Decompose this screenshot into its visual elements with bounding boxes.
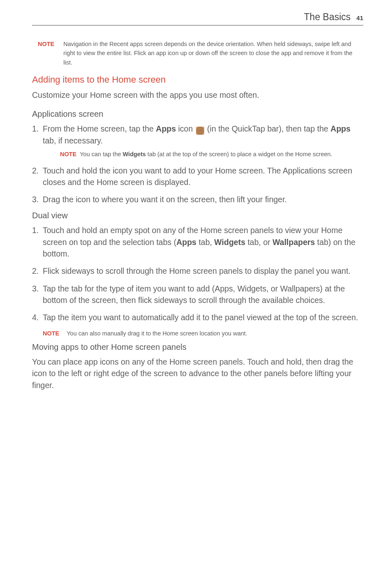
note-label: NOTE bbox=[43, 329, 59, 338]
bold-apps: Apps bbox=[330, 124, 350, 133]
header-section-title: The Basics bbox=[304, 12, 351, 23]
note-widgets-tab: NOTE You can tap the Widgets tab (at at … bbox=[60, 150, 363, 159]
header-page-number: 41 bbox=[356, 14, 363, 21]
note-label: NOTE bbox=[38, 39, 54, 67]
bold-apps: Apps bbox=[156, 124, 176, 133]
svg-point-8 bbox=[201, 132, 202, 132]
page-header: The Basics 41 bbox=[32, 12, 363, 25]
heading-moving-apps: Moving apps to other Home screen panels bbox=[32, 342, 363, 352]
note-text: You can also manually drag it to the Hom… bbox=[67, 329, 247, 338]
step-text: From the Home screen, tap the bbox=[43, 124, 156, 133]
svg-point-6 bbox=[198, 132, 199, 132]
step-4: Tap the item you want to automatically a… bbox=[32, 312, 363, 323]
step-text: tab, if necessary. bbox=[43, 136, 103, 145]
bold-widgets: Widgets bbox=[214, 238, 245, 247]
step-text: (in the QuickTap bar), then tap the bbox=[205, 124, 331, 133]
step-text: icon bbox=[176, 124, 195, 133]
apps-icon bbox=[196, 127, 204, 135]
svg-point-4 bbox=[200, 130, 201, 131]
heading-adding-items: Adding items to the Home screen bbox=[32, 74, 363, 85]
steps-applications: From the Home screen, tap the Apps icon … bbox=[32, 123, 363, 206]
note-label: NOTE bbox=[60, 150, 76, 159]
step-3: Tap the tab for the type of item you wan… bbox=[32, 283, 363, 306]
heading-applications-screen: Applications screen bbox=[32, 109, 363, 119]
heading-dual-view: Dual view bbox=[32, 211, 363, 220]
intro-adding-items: Customize your Home screen with the apps… bbox=[32, 89, 363, 101]
note-manual-drag: NOTE You can also manually drag it to th… bbox=[43, 329, 363, 338]
note-text: You can tap the Widgets tab (at at the t… bbox=[80, 150, 332, 159]
page: The Basics 41 NOTE Navigation in the Rec… bbox=[0, 0, 392, 413]
note-recent-apps: NOTE Navigation in the Recent apps scree… bbox=[38, 39, 363, 67]
svg-point-2 bbox=[201, 129, 202, 130]
svg-point-3 bbox=[198, 130, 199, 131]
bold-wallpapers: Wallpapers bbox=[272, 238, 315, 247]
svg-point-1 bbox=[200, 129, 201, 130]
steps-dual-view: Touch and hold an empty spot on any of t… bbox=[32, 224, 363, 323]
step-3: Drag the icon to where you want it on th… bbox=[32, 194, 363, 205]
bold-widgets: Widgets bbox=[123, 151, 146, 157]
step-text: tab, bbox=[196, 238, 214, 247]
svg-point-7 bbox=[200, 132, 201, 132]
para-moving-apps: You can place app icons on any of the Ho… bbox=[32, 356, 363, 391]
step-1: From the Home screen, tap the Apps icon … bbox=[32, 123, 363, 159]
bold-apps: Apps bbox=[176, 238, 196, 247]
note-text: Navigation in the Recent apps screen dep… bbox=[63, 39, 362, 67]
svg-point-0 bbox=[198, 129, 199, 130]
svg-point-5 bbox=[201, 130, 202, 131]
step-text: tab, or bbox=[245, 238, 272, 247]
step-2: Touch and hold the icon you want to add … bbox=[32, 165, 363, 188]
step-2: Flick sideways to scroll through the Hom… bbox=[32, 265, 363, 277]
step-1: Touch and hold an empty spot on any of t… bbox=[32, 224, 363, 259]
